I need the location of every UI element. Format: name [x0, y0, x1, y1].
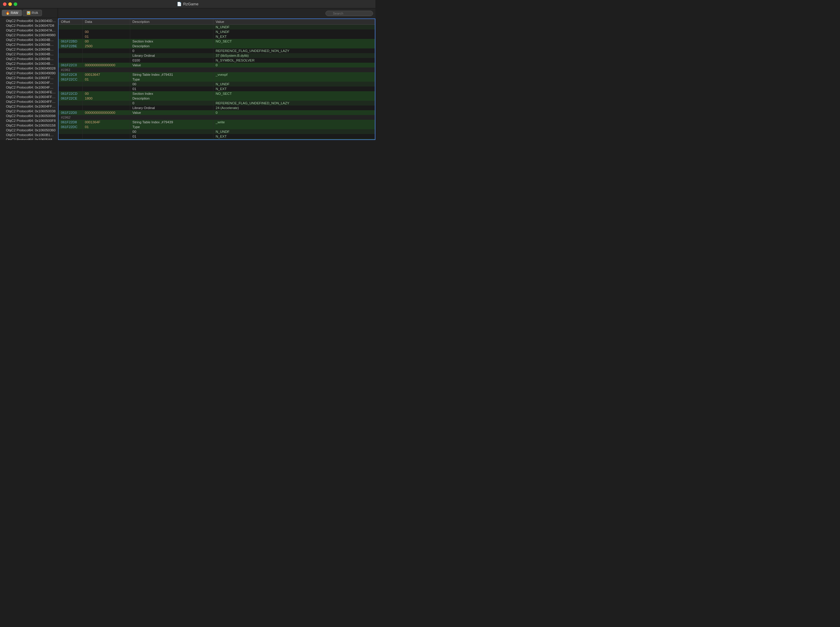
table-row[interactable]: 061F22DD00Section IndexNO_SECT — [58, 139, 375, 140]
cell-value: N_UNDF — [213, 30, 375, 34]
cell-value — [213, 44, 375, 49]
sidebar-item-objc2-protocol64:-0x106049090[interactable]: ObjC2 Protocol64: 0x106049090 — [0, 71, 58, 76]
sidebar-item-objc2-protocol64:-0x10604bb88[interactable]: ObjC2 Protocol64: 0x10604BB88 — [0, 47, 58, 52]
sidebar-item-objc2-protocol64:-0x10604ff78[interactable]: ObjC2 Protocol64: 0x10604FF78 — [0, 99, 58, 104]
cell-offset: 061F22CC — [58, 77, 82, 82]
table-row[interactable]: 061F22DC01Type — [58, 124, 375, 129]
sidebar-item-objc2-protocol64:-0x10604bd10[interactable]: ObjC2 Protocol64: 0x10604BD10 — [0, 61, 58, 66]
table-row[interactable]: N_UNDF — [58, 25, 375, 30]
sidebar-item-objc2-protocol64:-0x106049028[interactable]: ObjC2 Protocol64: 0x106049028 — [0, 66, 58, 71]
cell-offset: 061F22BE — [58, 44, 82, 49]
table-row[interactable]: 061F22CC01Type — [58, 77, 375, 82]
cell-value: N_UNDF — [213, 25, 375, 30]
cell-data: 0000000000000000 — [82, 110, 130, 115]
cell-desc: String Table Index ,#79439 — [130, 120, 213, 124]
sidebar-item-objc2-protocol64:-0x10604fd00[interactable]: ObjC2 Protocol64: 0x10604FD00 — [0, 85, 58, 90]
tab-raw[interactable]: 🔥 RAW — [2, 10, 22, 16]
table-row[interactable]: 01N_EXT — [58, 87, 375, 91]
cell-offset — [58, 101, 82, 106]
sidebar-item-objc2-protocol64:-0x106040d30[interactable]: ObjC2 Protocol64: 0x106040D30 — [0, 19, 58, 23]
sidebar-item-objc2-protocol64:-0x1060ffc40[interactable]: ObjC2 Protocol64: 0x1060FFC40 — [0, 76, 58, 80]
sidebar-item-objc2-protocol64:-0x1060500f8[interactable]: ObjC2 Protocol64: 0x1060500F8 — [0, 118, 58, 123]
sidebar-item-objc2-protocol64:-0x1060b1a88[interactable]: ObjC2 Protocol64: 0x1060B1A88 — [0, 132, 58, 137]
col-header-desc: Description — [130, 19, 213, 25]
sidebar-item-objc2-protocol64:-0x10604bc50[interactable]: ObjC2 Protocol64: 0x10604BC50 — [0, 52, 58, 57]
cell-value: 24 (Accelerate) — [213, 106, 375, 110]
cell-desc: Section Index — [130, 139, 213, 140]
sidebar-item-objc2-protocol64:-0x106050158[interactable]: ObjC2 Protocol64: 0x106050158 — [0, 123, 58, 128]
tab-rva[interactable]: 🖼️ RVA — [23, 10, 42, 16]
table-row[interactable]: 00N_UNDF — [58, 82, 375, 87]
table-row[interactable]: 00N_UNDF — [58, 30, 375, 34]
cell-offset — [58, 58, 82, 63]
sidebar-item-objc2-protocol64:-0x10605a870[interactable]: ObjC2 Protocol64: 0x10605A870 — [0, 137, 58, 140]
cell-data — [82, 87, 130, 91]
cell-value: NO_SECT — [213, 91, 375, 96]
sidebar-item-objc2-protocol64:-0x106050038[interactable]: ObjC2 Protocol64: 0x106050038 — [0, 109, 58, 113]
maximize-button[interactable] — [14, 2, 17, 6]
cell-value — [213, 77, 375, 82]
table-row[interactable]: 0100N_SYMBOL_RESOLVER — [58, 58, 375, 63]
cell-desc: Section Index — [130, 39, 213, 44]
sidebar-item-objc2-protocol64:-0x10604fca0[interactable]: ObjC2 Protocol64: 0x10604FCA0 — [0, 80, 58, 85]
table-row[interactable]: 061F22CE1800Description — [58, 96, 375, 101]
sidebar-item-objc2-protocol64:-0x10604ff18[interactable]: ObjC2 Protocol64: 0x10604FF18 — [0, 95, 58, 99]
minimize-button[interactable] — [8, 2, 12, 6]
table-row[interactable]: 061F22CD00Section IndexNO_SECT — [58, 91, 375, 96]
sidebar-toolbar: 🔥 RAW 🖼️ RVA — [0, 8, 58, 18]
search-input[interactable] — [325, 11, 373, 16]
sidebar-item-objc2-protocol64:-0x106050098[interactable]: ObjC2 Protocol64: 0x106050098 — [0, 113, 58, 118]
table-row[interactable]: 061F22BD00Section IndexNO_SECT — [58, 39, 375, 44]
sidebar-item-objc2-protocol64:-0x106050360[interactable]: ObjC2 Protocol64: 0x106050360 — [0, 128, 58, 132]
cell-data — [82, 53, 130, 58]
cell-value: _write — [213, 120, 375, 124]
table-row[interactable]: 01N_EXT — [58, 34, 375, 39]
sidebar-item-objc2-protocol64:-0x10604ba70[interactable]: ObjC2 Protocol64: 0x10604BA70 — [0, 38, 58, 42]
table-row[interactable]: Library Ordinal24 (Accelerate) — [58, 106, 375, 110]
cell-data: 01 — [82, 77, 130, 82]
sidebar-item-objc2-protocol64:-0x10604feb8[interactable]: ObjC2 Protocol64: 0x10604FEB8 — [0, 90, 58, 95]
table-row[interactable]: 061F22D00000000000000000Value0 — [58, 110, 375, 115]
table-row[interactable]: 01N_EXT — [58, 134, 375, 139]
content-area: 🔍 Offset Data Description Value N_UNDF00… — [58, 8, 375, 140]
sidebar-item-objc2-protocol64:-0x106047a40[interactable]: ObjC2 Protocol64: 0x106047A40 — [0, 28, 58, 33]
sidebar-item-objc2-protocol64:-0x106047d8[interactable]: ObjC2 Protocol64: 0x106047D8 — [0, 23, 58, 28]
cell-data: 01 — [82, 34, 130, 39]
close-button[interactable] — [3, 2, 6, 6]
cell-data: 1800 — [82, 96, 130, 101]
table-row[interactable]: 0REFERENCE_FLAG_UNDEFINED_NON_LAZY — [58, 49, 375, 53]
table-row[interactable]: 061F22BE2500Description — [58, 44, 375, 49]
sidebar-item-objc2-protocol64:-0x106048980[interactable]: ObjC2 Protocol64: 0x106048980 — [0, 33, 58, 38]
table-wrapper: Offset Data Description Value N_UNDF00N_… — [58, 19, 375, 140]
cell-value — [213, 96, 375, 101]
sidebar-item-objc2-protocol64:-0x10604ffd8[interactable]: ObjC2 Protocol64: 0x10604FFD8 — [0, 104, 58, 109]
cell-desc: 00 — [130, 129, 213, 134]
cell-data — [82, 129, 130, 134]
cell-value: N_UNDF — [213, 129, 375, 134]
table-row[interactable]: #1962 — [58, 115, 375, 120]
window-controls[interactable] — [3, 2, 17, 6]
table-body: N_UNDF00N_UNDF01N_EXT061F22BD00Section I… — [58, 25, 375, 140]
col-header-offset: Offset — [58, 19, 82, 25]
table-row[interactable]: 061F22C800013647String Table Index ,#794… — [58, 72, 375, 77]
table-row[interactable]: 061F22C00000000000000000Value0 — [58, 63, 375, 68]
cell-value: NO_SECT — [213, 39, 375, 44]
table-header-row: Offset Data Description Value — [58, 19, 375, 25]
cell-desc: Description — [130, 44, 213, 49]
cell-desc: Description — [130, 96, 213, 101]
table-row[interactable]: 061F22D80001364FString Table Index ,#794… — [58, 120, 375, 124]
table-row[interactable]: 0REFERENCE_FLAG_UNDEFINED_NON_LAZY — [58, 101, 375, 106]
cell-value: 37 (libSystem.B.dylib) — [213, 53, 375, 58]
table-row[interactable]: #1961 — [58, 68, 375, 72]
cell-value: 0 — [213, 63, 375, 68]
table-row[interactable]: Library Ordinal37 (libSystem.B.dylib) — [58, 53, 375, 58]
cell-data: 00 — [82, 30, 130, 34]
sidebar-item-objc2-protocol64:-0x10604bcb0[interactable]: ObjC2 Protocol64: 0x10604BCB0 — [0, 57, 58, 61]
cell-offset: 061F22CE — [58, 96, 82, 101]
sidebar-item-objc2-protocol64:-0x10604bb28[interactable]: ObjC2 Protocol64: 0x10604BB28 — [0, 42, 58, 47]
table-row[interactable]: 00N_UNDF — [58, 129, 375, 134]
cell-value: REFERENCE_FLAG_UNDEFINED_NON_LAZY — [213, 49, 375, 53]
search-wrapper: 🔍 — [325, 11, 373, 16]
cell-offset — [58, 129, 82, 134]
cell-data — [82, 49, 130, 53]
